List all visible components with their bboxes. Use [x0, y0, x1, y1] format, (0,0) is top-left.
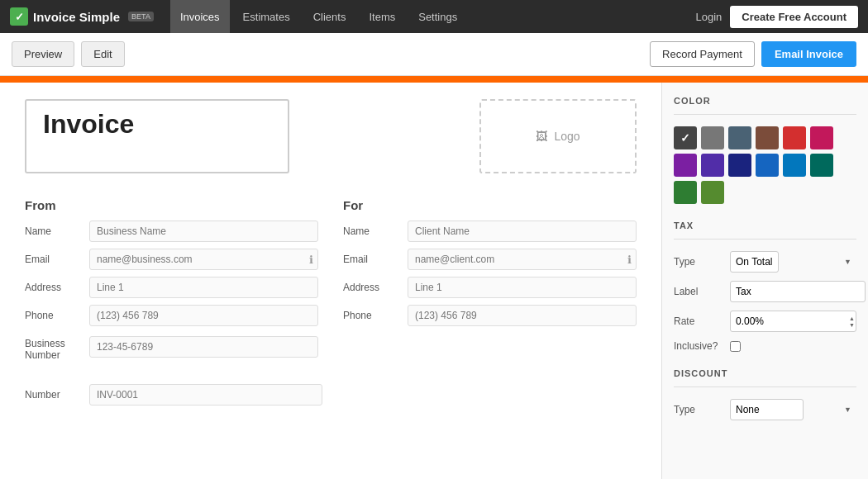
- for-email-label: Email: [343, 254, 401, 265]
- discount-type-select-wrapper: None Percentage Fixed Amount: [730, 399, 856, 420]
- color-swatch-green[interactable]: [674, 181, 697, 204]
- from-name-input[interactable]: [89, 221, 318, 242]
- for-name-input[interactable]: [408, 221, 637, 242]
- from-name-label: Name: [25, 225, 83, 237]
- nav-right: Login Create Free Account: [696, 6, 858, 28]
- from-email-input[interactable]: [89, 249, 318, 270]
- color-swatch-pink[interactable]: [810, 126, 833, 149]
- color-section: COLOR: [674, 96, 856, 204]
- top-navigation: ✓ Invoice Simple BETA Invoices Estimates…: [0, 0, 868, 33]
- tax-inclusive-label: Inclusive?: [674, 340, 723, 352]
- from-phone-input[interactable]: [89, 305, 318, 326]
- color-swatch-light-blue[interactable]: [783, 154, 806, 177]
- tax-inclusive-checkbox[interactable]: [730, 341, 741, 352]
- beta-badge: BETA: [128, 12, 154, 21]
- color-grid: [674, 126, 856, 204]
- nav-items[interactable]: Items: [359, 0, 405, 33]
- tax-rate-up[interactable]: ▲: [849, 315, 855, 321]
- right-sidebar: COLOR TAX: [661, 83, 868, 479]
- color-swatch-gray[interactable]: [701, 126, 724, 149]
- invoice-header: Invoice 🖼 Logo: [25, 99, 637, 173]
- discount-section: DISCOUNT Type None Percentage Fixed Amou…: [674, 368, 856, 420]
- color-swatch-red[interactable]: [783, 126, 806, 149]
- color-swatch-indigo[interactable]: [728, 154, 751, 177]
- color-swatch-deep-purple[interactable]: [701, 154, 724, 177]
- for-email-input[interactable]: [408, 249, 637, 270]
- action-bar: Preview Edit Record Payment Email Invoic…: [0, 33, 868, 76]
- nav-invoices[interactable]: Invoices: [170, 0, 230, 33]
- from-business-number-input[interactable]: [89, 336, 318, 358]
- for-address-label: Address: [343, 282, 401, 293]
- for-phone-label: Phone: [343, 310, 401, 321]
- discount-type-select[interactable]: None Percentage Fixed Amount: [730, 399, 804, 420]
- discount-type-label: Type: [674, 404, 723, 415]
- tax-type-select-wrapper: On Total On Line: [730, 251, 856, 273]
- tax-label-input[interactable]: [730, 281, 866, 302]
- create-account-button[interactable]: Create Free Account: [730, 6, 858, 28]
- edit-button[interactable]: Edit: [81, 41, 124, 67]
- tax-rate-row: Rate ▲ ▼: [674, 311, 856, 332]
- from-business-number-label: Business Number: [25, 333, 83, 361]
- nav-estimates[interactable]: Estimates: [233, 0, 300, 33]
- tax-rate-down[interactable]: ▼: [849, 322, 855, 328]
- brand-logo[interactable]: ✓ Invoice Simple BETA: [10, 7, 154, 26]
- for-section: For Name Email ℹ Address: [343, 198, 637, 368]
- tax-label-label: Label: [674, 286, 723, 297]
- email-invoice-button[interactable]: Email Invoice: [761, 41, 856, 67]
- tax-section-title: TAX: [674, 221, 856, 230]
- logo-label: Logo: [554, 130, 579, 143]
- color-swatch-blue[interactable]: [756, 154, 779, 177]
- from-address-row: Address: [25, 277, 318, 298]
- from-phone-row: Phone: [25, 305, 318, 326]
- from-address-label: Address: [25, 282, 83, 293]
- tax-rate-input-wrapper: ▲ ▼: [730, 311, 856, 332]
- for-name-row: Name: [343, 221, 637, 242]
- record-payment-button[interactable]: Record Payment: [650, 41, 755, 67]
- from-address-input[interactable]: [89, 277, 318, 298]
- form-sections: From Name Email ℹ Address: [25, 198, 637, 368]
- discount-section-title: DISCOUNT: [674, 368, 856, 378]
- from-phone-label: Phone: [25, 310, 83, 321]
- tax-inclusive-row: Inclusive?: [674, 340, 856, 352]
- tax-section: TAX Type On Total On Line Label Rate: [674, 221, 856, 352]
- nav-clients[interactable]: Clients: [303, 0, 356, 33]
- color-section-title: COLOR: [674, 96, 856, 106]
- for-email-input-wrapper: ℹ: [408, 249, 637, 270]
- from-section: From Name Email ℹ Address: [25, 198, 318, 368]
- tax-rate-input[interactable]: [730, 311, 856, 332]
- invoice-title-box[interactable]: Invoice: [25, 99, 289, 173]
- tax-type-row: Type On Total On Line: [674, 251, 856, 273]
- tax-inclusive-checkbox-wrapper: [730, 341, 741, 352]
- number-row: Number: [25, 384, 322, 405]
- tax-label-row: Label: [674, 281, 856, 302]
- preview-button[interactable]: Preview: [12, 41, 74, 67]
- for-phone-row: Phone: [343, 305, 637, 326]
- email-info-icon[interactable]: ℹ: [309, 254, 313, 266]
- accent-bar: [0, 76, 868, 83]
- color-swatch-teal[interactable]: [810, 154, 833, 177]
- color-swatch-brown[interactable]: [756, 126, 779, 149]
- for-name-label: Name: [343, 225, 401, 237]
- from-business-number-row: Business Number: [25, 333, 318, 361]
- logo-upload-box[interactable]: 🖼 Logo: [479, 99, 637, 173]
- color-swatch-light-green[interactable]: [701, 181, 724, 204]
- color-swatch-dark[interactable]: [674, 126, 697, 149]
- for-address-input[interactable]: [408, 277, 637, 298]
- for-title: For: [343, 198, 637, 212]
- tax-type-select[interactable]: On Total On Line: [730, 251, 779, 273]
- color-swatch-slate[interactable]: [728, 126, 751, 149]
- tax-type-label: Type: [674, 256, 723, 268]
- nav-settings[interactable]: Settings: [408, 0, 467, 33]
- login-link[interactable]: Login: [696, 11, 723, 23]
- from-email-row: Email ℹ: [25, 249, 318, 270]
- tax-divider: [674, 239, 856, 240]
- from-email-input-wrapper: ℹ: [89, 249, 318, 270]
- for-email-row: Email ℹ: [343, 249, 637, 270]
- for-address-row: Address: [343, 277, 637, 298]
- number-input[interactable]: [89, 384, 322, 405]
- image-icon: 🖼: [536, 130, 547, 143]
- for-email-info-icon[interactable]: ℹ: [627, 254, 632, 266]
- color-swatch-purple[interactable]: [674, 154, 697, 177]
- for-phone-input[interactable]: [408, 305, 637, 326]
- tax-rate-spinners: ▲ ▼: [849, 311, 855, 332]
